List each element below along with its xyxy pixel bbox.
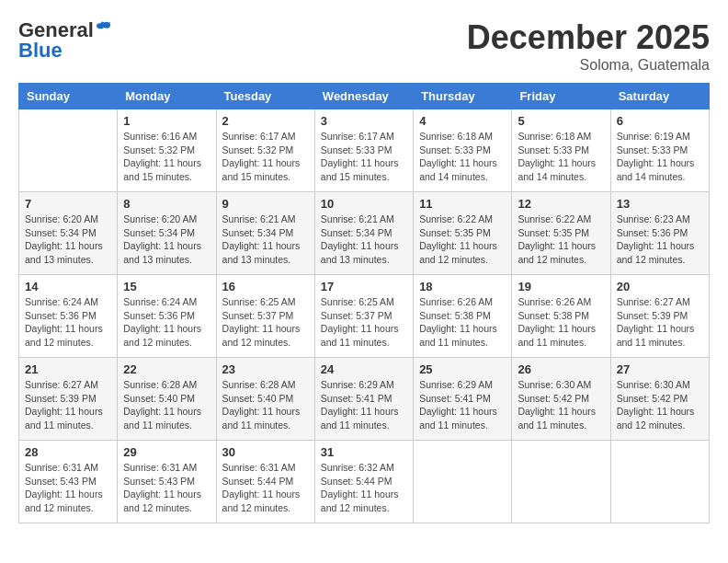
location-subtitle: Soloma, Guatemala [467,57,710,74]
weekday-header: Wednesday [314,84,413,109]
day-detail: Sunrise: 6:22 AMSunset: 5:35 PMDaylight:… [419,213,506,267]
calendar-cell: 9Sunrise: 6:21 AMSunset: 5:34 PMDaylight… [216,192,314,275]
weekday-header: Tuesday [216,84,314,109]
day-detail: Sunrise: 6:23 AMSunset: 5:36 PMDaylight:… [617,213,703,267]
day-detail: Sunrise: 6:31 AMSunset: 5:43 PMDaylight:… [25,461,111,515]
weekday-header: Friday [512,84,610,109]
day-number: 17 [321,280,407,293]
day-number: 9 [222,197,309,211]
calendar-week-row: 21Sunrise: 6:27 AMSunset: 5:39 PMDayligh… [19,358,710,441]
day-number: 4 [419,114,506,128]
day-detail: Sunrise: 6:24 AMSunset: 5:36 PMDaylight:… [123,295,210,350]
day-number: 28 [25,445,111,459]
calendar-week-row: 14Sunrise: 6:24 AMSunset: 5:36 PMDayligh… [19,275,710,358]
day-number: 13 [617,197,703,211]
day-number: 7 [25,197,111,211]
day-number: 22 [123,362,210,376]
calendar-cell: 31Sunrise: 6:32 AMSunset: 5:44 PMDayligh… [314,441,413,523]
calendar-cell: 23Sunrise: 6:28 AMSunset: 5:40 PMDayligh… [216,358,314,441]
calendar-cell: 24Sunrise: 6:29 AMSunset: 5:41 PMDayligh… [314,358,413,441]
day-detail: Sunrise: 6:29 AMSunset: 5:41 PMDaylight:… [419,378,506,432]
weekday-header: Monday [118,84,216,109]
month-title: December 2025 [467,18,710,57]
calendar-cell: 4Sunrise: 6:18 AMSunset: 5:33 PMDaylight… [414,109,512,192]
day-number: 21 [25,362,111,376]
day-number: 15 [123,280,210,293]
day-number: 27 [617,362,703,376]
calendar-cell: 21Sunrise: 6:27 AMSunset: 5:39 PMDayligh… [19,358,118,441]
calendar-cell: 27Sunrise: 6:30 AMSunset: 5:42 PMDayligh… [610,358,709,441]
calendar-body: 1Sunrise: 6:16 AMSunset: 5:32 PMDaylight… [19,109,710,523]
calendar-cell: 29Sunrise: 6:31 AMSunset: 5:43 PMDayligh… [118,441,216,523]
day-number: 3 [321,114,407,128]
day-detail: Sunrise: 6:29 AMSunset: 5:41 PMDaylight:… [321,378,407,432]
calendar-cell [512,441,610,523]
calendar-table: SundayMondayTuesdayWednesdayThursdayFrid… [18,83,710,523]
calendar-cell: 30Sunrise: 6:31 AMSunset: 5:44 PMDayligh… [216,441,314,523]
day-detail: Sunrise: 6:21 AMSunset: 5:34 PMDaylight:… [321,213,407,267]
day-number: 12 [518,197,604,211]
calendar-cell: 17Sunrise: 6:25 AMSunset: 5:37 PMDayligh… [314,275,413,358]
calendar-cell: 12Sunrise: 6:22 AMSunset: 5:35 PMDayligh… [512,192,610,275]
day-detail: Sunrise: 6:30 AMSunset: 5:42 PMDaylight:… [617,378,703,432]
calendar-cell: 28Sunrise: 6:31 AMSunset: 5:43 PMDayligh… [19,441,118,523]
day-number: 5 [518,114,604,128]
weekday-header: Saturday [610,84,709,109]
logo-bird-icon [96,19,112,36]
day-detail: Sunrise: 6:20 AMSunset: 5:34 PMDaylight:… [25,213,111,267]
calendar-cell: 22Sunrise: 6:28 AMSunset: 5:40 PMDayligh… [118,358,216,441]
day-detail: Sunrise: 6:24 AMSunset: 5:36 PMDaylight:… [25,295,111,350]
calendar-cell [19,109,118,192]
weekday-header: Thursday [414,84,512,109]
day-number: 20 [617,280,703,293]
calendar-cell: 7Sunrise: 6:20 AMSunset: 5:34 PMDaylight… [19,192,118,275]
day-detail: Sunrise: 6:16 AMSunset: 5:32 PMDaylight:… [123,130,210,184]
day-number: 1 [123,114,210,128]
calendar-week-row: 1Sunrise: 6:16 AMSunset: 5:32 PMDaylight… [19,109,710,192]
day-number: 18 [419,280,506,293]
day-detail: Sunrise: 6:20 AMSunset: 5:34 PMDaylight:… [123,213,210,267]
weekday-header: Sunday [19,84,118,109]
calendar-cell: 26Sunrise: 6:30 AMSunset: 5:42 PMDayligh… [512,358,610,441]
day-detail: Sunrise: 6:31 AMSunset: 5:43 PMDaylight:… [123,461,210,515]
day-detail: Sunrise: 6:31 AMSunset: 5:44 PMDaylight:… [222,461,309,515]
logo: General Blue [18,18,112,63]
calendar-cell [414,441,512,523]
calendar-week-row: 28Sunrise: 6:31 AMSunset: 5:43 PMDayligh… [19,441,710,523]
day-detail: Sunrise: 6:30 AMSunset: 5:42 PMDaylight:… [518,378,604,432]
calendar-cell: 5Sunrise: 6:18 AMSunset: 5:33 PMDaylight… [512,109,610,192]
calendar-week-row: 7Sunrise: 6:20 AMSunset: 5:34 PMDaylight… [19,192,710,275]
calendar-cell: 11Sunrise: 6:22 AMSunset: 5:35 PMDayligh… [414,192,512,275]
day-number: 19 [518,280,604,293]
day-detail: Sunrise: 6:19 AMSunset: 5:33 PMDaylight:… [617,130,703,184]
calendar-cell: 16Sunrise: 6:25 AMSunset: 5:37 PMDayligh… [216,275,314,358]
calendar-cell: 1Sunrise: 6:16 AMSunset: 5:32 PMDaylight… [118,109,216,192]
calendar-cell: 2Sunrise: 6:17 AMSunset: 5:32 PMDaylight… [216,109,314,192]
day-number: 10 [321,197,407,211]
day-number: 14 [25,280,111,293]
calendar-cell: 8Sunrise: 6:20 AMSunset: 5:34 PMDaylight… [118,192,216,275]
day-detail: Sunrise: 6:27 AMSunset: 5:39 PMDaylight:… [25,378,111,432]
day-number: 26 [518,362,604,376]
day-number: 11 [419,197,506,211]
day-number: 30 [222,445,309,459]
title-block: December 2025 Soloma, Guatemala [467,18,710,74]
day-detail: Sunrise: 6:17 AMSunset: 5:33 PMDaylight:… [321,130,407,184]
calendar-cell: 14Sunrise: 6:24 AMSunset: 5:36 PMDayligh… [19,275,118,358]
day-detail: Sunrise: 6:18 AMSunset: 5:33 PMDaylight:… [518,130,604,184]
calendar-cell: 20Sunrise: 6:27 AMSunset: 5:39 PMDayligh… [610,275,709,358]
calendar-cell: 13Sunrise: 6:23 AMSunset: 5:36 PMDayligh… [610,192,709,275]
day-number: 25 [419,362,506,376]
day-number: 8 [123,197,210,211]
day-detail: Sunrise: 6:25 AMSunset: 5:37 PMDaylight:… [222,295,309,350]
page-header: General Blue December 2025 Soloma, Guate… [18,18,710,74]
day-number: 16 [222,280,309,293]
calendar-cell: 25Sunrise: 6:29 AMSunset: 5:41 PMDayligh… [414,358,512,441]
day-detail: Sunrise: 6:28 AMSunset: 5:40 PMDaylight:… [123,378,210,432]
day-detail: Sunrise: 6:17 AMSunset: 5:32 PMDaylight:… [222,130,309,184]
day-detail: Sunrise: 6:21 AMSunset: 5:34 PMDaylight:… [222,213,309,267]
calendar-cell [610,441,709,523]
day-detail: Sunrise: 6:32 AMSunset: 5:44 PMDaylight:… [321,461,407,515]
day-number: 2 [222,114,309,128]
calendar-cell: 18Sunrise: 6:26 AMSunset: 5:38 PMDayligh… [414,275,512,358]
